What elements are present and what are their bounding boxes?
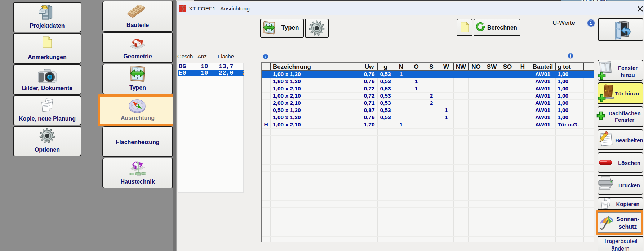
svg-text:Σ: Σ	[590, 21, 593, 26]
